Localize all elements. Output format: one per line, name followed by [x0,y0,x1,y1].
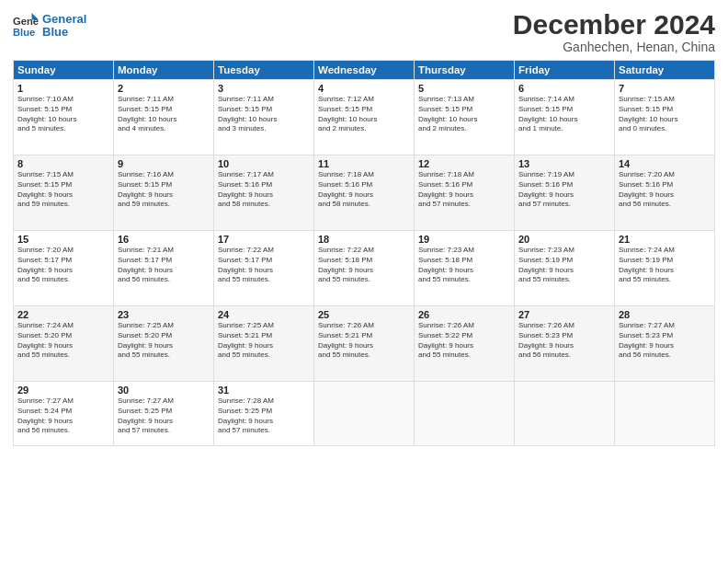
table-row: 7Sunrise: 7:15 AM Sunset: 5:15 PM Daylig… [615,80,715,155]
day-info: Sunrise: 7:11 AM Sunset: 5:15 PM Dayligh… [218,95,310,134]
table-row: 20Sunrise: 7:23 AM Sunset: 5:19 PM Dayli… [515,231,615,306]
day-info: Sunrise: 7:27 AM Sunset: 5:25 PM Dayligh… [118,396,210,436]
table-row: 19Sunrise: 7:23 AM Sunset: 5:18 PM Dayli… [415,231,515,306]
day-number: 13 [518,158,610,169]
header-row: Sunday Monday Tuesday Wednesday Thursday… [14,61,715,80]
title-block: December 2024 Ganhechen, Henan, China [513,9,715,54]
col-wednesday: Wednesday [314,61,415,80]
logo-icon: General Blue [13,13,39,39]
day-number: 17 [218,234,310,245]
table-row: 26Sunrise: 7:26 AM Sunset: 5:22 PM Dayli… [415,306,515,382]
day-info: Sunrise: 7:15 AM Sunset: 5:15 PM Dayligh… [17,170,109,210]
table-row: 30Sunrise: 7:27 AM Sunset: 5:25 PM Dayli… [114,382,214,446]
day-info: Sunrise: 7:17 AM Sunset: 5:16 PM Dayligh… [218,170,310,210]
table-row: 25Sunrise: 7:26 AM Sunset: 5:21 PM Dayli… [314,306,415,382]
day-number: 18 [318,234,410,245]
table-row: 4Sunrise: 7:12 AM Sunset: 5:15 PM Daylig… [314,80,415,155]
table-row [415,382,515,446]
day-info: Sunrise: 7:20 AM Sunset: 5:16 PM Dayligh… [619,170,711,210]
page: General Blue GeneralBlue December 2024 G… [0,0,728,563]
table-row: 11Sunrise: 7:18 AM Sunset: 5:16 PM Dayli… [314,155,415,231]
day-number: 28 [619,309,711,320]
day-info: Sunrise: 7:13 AM Sunset: 5:15 PM Dayligh… [418,95,510,134]
day-number: 16 [118,234,210,245]
calendar: Sunday Monday Tuesday Wednesday Thursday… [13,60,715,446]
day-number: 21 [619,234,711,245]
day-info: Sunrise: 7:27 AM Sunset: 5:24 PM Dayligh… [17,396,109,436]
day-info: Sunrise: 7:21 AM Sunset: 5:17 PM Dayligh… [118,246,210,285]
day-info: Sunrise: 7:10 AM Sunset: 5:15 PM Dayligh… [17,95,109,134]
table-row: 17Sunrise: 7:22 AM Sunset: 5:17 PM Dayli… [214,231,314,306]
day-number: 9 [118,158,210,169]
table-row: 1Sunrise: 7:10 AM Sunset: 5:15 PM Daylig… [14,80,114,155]
day-number: 4 [318,83,410,94]
table-row: 10Sunrise: 7:17 AM Sunset: 5:16 PM Dayli… [214,155,314,231]
day-info: Sunrise: 7:25 AM Sunset: 5:21 PM Dayligh… [218,321,310,361]
day-number: 1 [17,83,109,94]
day-info: Sunrise: 7:26 AM Sunset: 5:21 PM Dayligh… [318,321,410,361]
table-row: 12Sunrise: 7:18 AM Sunset: 5:16 PM Dayli… [415,155,515,231]
day-number: 10 [218,158,310,169]
location-title: Ganhechen, Henan, China [513,40,715,54]
header: General Blue GeneralBlue December 2024 G… [13,9,715,54]
logo: General Blue GeneralBlue [13,13,86,40]
table-row: 9Sunrise: 7:16 AM Sunset: 5:15 PM Daylig… [114,155,214,231]
day-info: Sunrise: 7:24 AM Sunset: 5:20 PM Dayligh… [17,321,109,361]
month-title: December 2024 [513,9,715,40]
table-row: 14Sunrise: 7:20 AM Sunset: 5:16 PM Dayli… [615,155,715,231]
day-info: Sunrise: 7:16 AM Sunset: 5:15 PM Dayligh… [118,170,210,210]
day-info: Sunrise: 7:14 AM Sunset: 5:15 PM Dayligh… [518,95,610,134]
day-number: 30 [118,385,210,396]
day-number: 27 [518,309,610,320]
day-info: Sunrise: 7:27 AM Sunset: 5:23 PM Dayligh… [619,321,711,361]
day-number: 25 [318,309,410,320]
day-info: Sunrise: 7:24 AM Sunset: 5:19 PM Dayligh… [619,246,711,285]
day-number: 11 [318,158,410,169]
logo-text: GeneralBlue [42,13,86,40]
day-info: Sunrise: 7:26 AM Sunset: 5:22 PM Dayligh… [418,321,510,361]
table-row: 18Sunrise: 7:22 AM Sunset: 5:18 PM Dayli… [314,231,415,306]
day-number: 12 [418,158,510,169]
day-info: Sunrise: 7:20 AM Sunset: 5:17 PM Dayligh… [17,246,109,285]
day-number: 19 [418,234,510,245]
table-row: 15Sunrise: 7:20 AM Sunset: 5:17 PM Dayli… [14,231,114,306]
col-tuesday: Tuesday [214,61,314,80]
table-row: 5Sunrise: 7:13 AM Sunset: 5:15 PM Daylig… [415,80,515,155]
day-info: Sunrise: 7:12 AM Sunset: 5:15 PM Dayligh… [318,95,410,134]
table-row: 16Sunrise: 7:21 AM Sunset: 5:17 PM Dayli… [114,231,214,306]
day-number: 24 [218,309,310,320]
table-row: 22Sunrise: 7:24 AM Sunset: 5:20 PM Dayli… [14,306,114,382]
day-info: Sunrise: 7:11 AM Sunset: 5:15 PM Dayligh… [118,95,210,134]
day-number: 3 [218,83,310,94]
day-number: 23 [118,309,210,320]
day-info: Sunrise: 7:22 AM Sunset: 5:18 PM Dayligh… [318,246,410,285]
table-row: 27Sunrise: 7:26 AM Sunset: 5:23 PM Dayli… [515,306,615,382]
day-number: 15 [17,234,109,245]
day-info: Sunrise: 7:28 AM Sunset: 5:25 PM Dayligh… [218,396,310,436]
day-info: Sunrise: 7:22 AM Sunset: 5:17 PM Dayligh… [218,246,310,285]
day-number: 2 [118,83,210,94]
table-row [615,382,715,446]
day-number: 29 [17,385,109,396]
day-info: Sunrise: 7:18 AM Sunset: 5:16 PM Dayligh… [318,170,410,210]
day-number: 22 [17,309,109,320]
day-number: 5 [418,83,510,94]
table-row: 28Sunrise: 7:27 AM Sunset: 5:23 PM Dayli… [615,306,715,382]
table-row: 3Sunrise: 7:11 AM Sunset: 5:15 PM Daylig… [214,80,314,155]
day-info: Sunrise: 7:23 AM Sunset: 5:19 PM Dayligh… [518,246,610,285]
table-row [515,382,615,446]
day-number: 20 [518,234,610,245]
table-row: 6Sunrise: 7:14 AM Sunset: 5:15 PM Daylig… [515,80,615,155]
table-row [314,382,415,446]
table-row: 23Sunrise: 7:25 AM Sunset: 5:20 PM Dayli… [114,306,214,382]
day-info: Sunrise: 7:15 AM Sunset: 5:15 PM Dayligh… [619,95,711,134]
day-info: Sunrise: 7:25 AM Sunset: 5:20 PM Dayligh… [118,321,210,361]
col-saturday: Saturday [615,61,715,80]
day-info: Sunrise: 7:18 AM Sunset: 5:16 PM Dayligh… [418,170,510,210]
table-row: 31Sunrise: 7:28 AM Sunset: 5:25 PM Dayli… [214,382,314,446]
day-info: Sunrise: 7:19 AM Sunset: 5:16 PM Dayligh… [518,170,610,210]
svg-text:Blue: Blue [13,27,35,38]
day-info: Sunrise: 7:23 AM Sunset: 5:18 PM Dayligh… [418,246,510,285]
table-row: 24Sunrise: 7:25 AM Sunset: 5:21 PM Dayli… [214,306,314,382]
day-number: 8 [17,158,109,169]
